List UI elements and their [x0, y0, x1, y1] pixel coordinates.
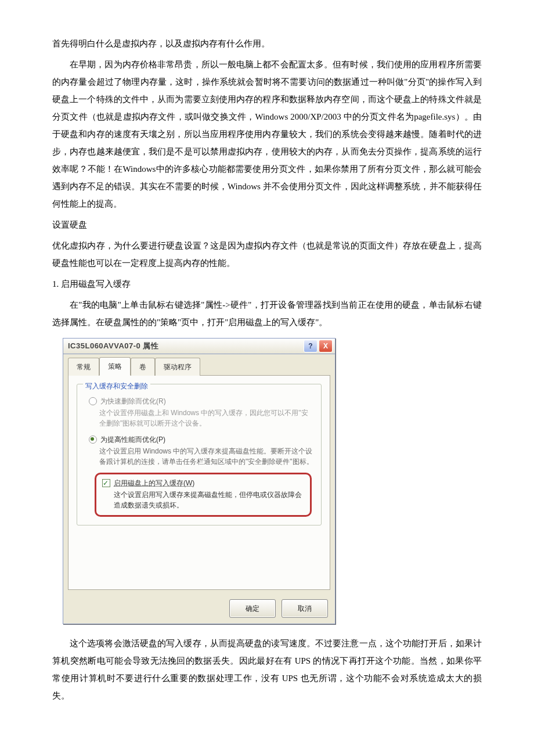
radio-label-removal: 为快速删除而优化(R) [100, 396, 166, 406]
subheading-enable-cache: 1. 启用磁盘写入缓存 [52, 275, 482, 293]
close-icon[interactable]: X [319, 340, 333, 352]
checkbox-enable-write-cache[interactable]: 启用磁盘上的写入缓存(W) [102, 478, 304, 488]
radio-optimize-performance[interactable]: 为提高性能而优化(P) [89, 434, 314, 445]
ok-button[interactable]: 确定 [229, 599, 276, 618]
intro-line1: 首先得明白什么是虚拟内存，以及虚拟内存有什么作用。 [52, 35, 482, 52]
intro-paragraph: 在早期，因为内存价格非常昂贵，所以一般电脑上都不会配置太多。但有时候，我们使用的… [52, 56, 482, 213]
section-disk-p2: 在"我的电脑"上单击鼠标右键选择"属性->硬件"，打开设备管理器找到当前正在使用… [52, 296, 482, 331]
tab-driver[interactable]: 驱动程序 [155, 358, 200, 376]
radio-desc-removal: 这个设置停用磁盘上和 Windows 中的写入缓存，因此您可以不用"安全删除"图… [99, 408, 314, 429]
dialog-titlebar: IC35L060AVVA07-0 属性 ? X [63, 339, 335, 354]
properties-dialog-screenshot: IC35L060AVVA07-0 属性 ? X 常规 策略 卷 驱动程序 写入缓… [63, 338, 335, 624]
dialog-window: IC35L060AVVA07-0 属性 ? X 常规 策略 卷 驱动程序 写入缓… [63, 338, 335, 624]
group-cache-safety: 写入缓存和安全删除 为快速删除而优化(R) 这个设置停用磁盘上和 Windows… [77, 384, 322, 525]
dialog-title: IC35L060AVVA07-0 属性 [68, 339, 302, 354]
after-paragraph: 这个选项将会激活硬盘的写入缓存，从而提高硬盘的读写速度。不过要注意一点，这个功能… [52, 635, 482, 704]
group-title: 写入缓存和安全删除 [83, 379, 150, 393]
help-icon[interactable]: ? [304, 340, 317, 352]
tab-body: 写入缓存和安全删除 为快速删除而优化(R) 这个设置停用磁盘上和 Windows… [68, 375, 330, 590]
radio-label-performance: 为提高性能而优化(P) [100, 434, 165, 445]
section-disk-p1: 优化虚拟内存，为什么要进行硬盘设置？这是因为虚拟内存文件（也就是常说的页面文件）… [52, 237, 482, 272]
checkbox-desc: 这个设置启用写入缓存来提高磁盘性能，但停电或仪器故障会造成数据遗失或损坏。 [114, 489, 304, 510]
checkbox-icon [102, 479, 110, 487]
checkbox-label: 启用磁盘上的写入缓存(W) [114, 478, 194, 488]
dialog-button-bar: 确定 取消 [63, 595, 335, 624]
radio-icon-checked [89, 435, 97, 444]
radio-optimize-removal[interactable]: 为快速删除而优化(R) [89, 396, 314, 406]
tab-volume[interactable]: 卷 [131, 358, 155, 376]
radio-desc-performance: 这个设置启用 Windows 中的写入缓存来提高磁盘性能。要断开这个设备跟计算机… [99, 446, 314, 467]
tab-policy[interactable]: 策略 [99, 357, 131, 376]
radio-icon [89, 397, 97, 405]
cancel-button[interactable]: 取消 [282, 599, 328, 618]
tab-general[interactable]: 常规 [68, 358, 99, 376]
section-heading-disk: 设置硬盘 [52, 216, 482, 233]
highlight-red-box: 启用磁盘上的写入缓存(W) 这个设置启用写入缓存来提高磁盘性能，但停电或仪器故障… [95, 473, 312, 517]
tab-strip: 常规 策略 卷 驱动程序 [63, 354, 335, 375]
